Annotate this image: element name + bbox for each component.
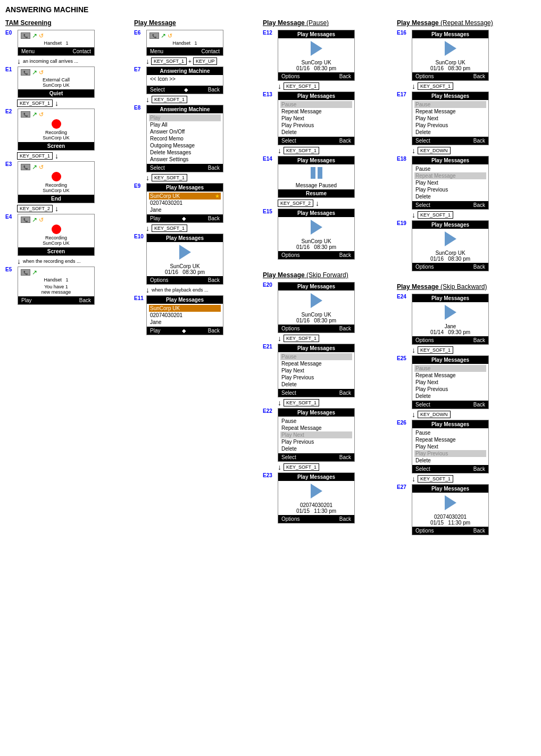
state-e6: E6 📞 ↗ ↺ Handset 1 MenuContact (134, 30, 262, 56)
state-e27-label: E27 (397, 484, 410, 490)
arrow-icon-e1: ↗ (32, 69, 37, 76)
arrow-down-e19: ↓ (412, 211, 415, 219)
footer-e21: SelectBack (278, 389, 354, 397)
state-e19-label: E19 (397, 220, 410, 226)
state-e2-label: E2 (5, 109, 16, 114)
refresh-icon-e3: ↺ (39, 164, 44, 171)
column-play-pause: Play Message (Pause) E12 Play Messages S… (263, 19, 396, 525)
screen-e1: 📞 ↗ ↺ External CallSunCorp UK Quiet (18, 67, 95, 98)
screen-e14: Play Messages Message Paused Resume (278, 156, 355, 198)
arrow-down-e23: ↓ (278, 463, 281, 471)
state-e11-label: E11 (134, 295, 145, 301)
col1-title: TAM Screening (5, 19, 133, 27)
key-e10: KEY_SOFT_1 (152, 225, 187, 232)
screen-e23: Play Messages 0207403020101/15 11:30 pm … (278, 472, 355, 524)
arrow-icon-e4: ↗ (32, 216, 37, 223)
pause-bar1-e14 (311, 167, 315, 179)
key-e22: KEY_SOFT_1 (284, 399, 319, 406)
state-e16-label: E16 (397, 30, 410, 36)
screen-e18: Play Messages Pause Repeat Message Play … (412, 156, 489, 210)
state-e3-label: E3 (5, 161, 16, 167)
arrow-down-e10: ↓ (146, 224, 149, 232)
state-e14-label: E14 (263, 156, 276, 162)
footer-e13: SelectBack (278, 137, 354, 145)
screen-e24: Play Messages Jane01/14 09:30 pm Options… (412, 294, 489, 345)
state-e14: E14 Play Messages Message Paused Resume (263, 156, 396, 198)
arrow-down-e21: ↓ (278, 334, 281, 343)
state-e17-label: E17 (397, 92, 410, 97)
footer-e25: SelectBack (412, 401, 488, 409)
footer-e9: Play◆Back (147, 214, 223, 222)
play-icon-e19 (445, 231, 456, 246)
footer-e17: SelectBack (412, 137, 488, 145)
state-e5: E5 📞 ↗ Handset 1 You have 1new message P… (5, 267, 133, 305)
screen-e22: Play Messages Pause Repeat Message Play … (278, 408, 355, 462)
column-repeat-skip-backward: Play Message (Repeat Message) E16 Play M… (397, 19, 530, 536)
arrow-down-2: ↓ (55, 99, 59, 107)
phone-icon-e6: 📞 (149, 32, 159, 39)
state-e8: E8 Answering Machine Play Play All Answe… (134, 105, 262, 172)
screen-e9: Play Messages SunCorp UK★ 02074030201 Ja… (146, 183, 223, 223)
arrow-down-e25: ↓ (412, 346, 415, 354)
arrow-icon-e3: ↗ (32, 163, 37, 171)
key-e2: KEY_SOFT_1 (17, 99, 53, 107)
refresh-icon-e1: ↺ (39, 69, 44, 76)
state-e23-label: E23 (263, 472, 276, 478)
arrow-down-e18: ↓ (412, 146, 415, 155)
col2-title: Play Message (134, 19, 262, 27)
note-e11: when the playback ends ... (152, 287, 209, 293)
key-e19: KEY_SOFT_1 (418, 211, 453, 219)
refresh-icon-e0: ↺ (39, 32, 44, 39)
phone-icon-e3: 📞 (21, 164, 30, 170)
screen-e6: 📞 ↗ ↺ Handset 1 MenuContact (146, 30, 223, 56)
arrow-icon-e2: ↗ (32, 111, 37, 118)
footer-e14: Resume (278, 189, 354, 197)
screen-e8: Answering Machine Play Play All Answer O… (146, 105, 223, 172)
phone-icon-e2: 📞 (21, 111, 30, 118)
state-e13: E13 Play Messages Pause Repeat Message P… (263, 92, 396, 145)
screen-e4: 📞 ↗ ↺ RecordingSunCorp UK Screen (18, 214, 95, 256)
state-e21: E21 Play Messages Pause Repeat Message P… (263, 344, 396, 397)
state-e15-label: E15 (263, 209, 276, 214)
state-e10: E10 Play Messages SunCorp UK01/16 08:30 … (134, 234, 262, 285)
play-icon-e16 (445, 41, 456, 56)
state-e6-label: E6 (134, 30, 145, 36)
state-e25-label: E25 (397, 355, 410, 361)
arrow-down-e14: ↓ (278, 146, 281, 155)
screen-e27: Play Messages 0207403020101/15 11:30 pm … (412, 484, 489, 535)
screen-e15: Play Messages SunCorp UK01/16 08:30 pm O… (278, 209, 355, 260)
arrow-down-3: ↓ (55, 152, 59, 160)
state-e7: E7 Answering Machine << Icon >> Select◆B… (134, 67, 262, 94)
key-e26: KEY_DOWN (418, 411, 451, 418)
note-2: when the recording ends ... (23, 259, 81, 264)
screen-e25: Play Messages Pause Repeat Message Play … (412, 355, 489, 409)
screen-e12: Play Messages SunCorp UK01/16 08:30 pm O… (278, 30, 355, 81)
key-e21: KEY_SOFT_1 (284, 335, 319, 342)
phone-icon-e4: 📞 (21, 217, 30, 223)
footer-e3: End (18, 195, 94, 203)
phone-icon-e1: 📞 (21, 69, 30, 76)
key-e25: KEY_SOFT_1 (418, 346, 453, 354)
refresh-icon-e2: ↺ (39, 111, 44, 118)
footer-e5: PlayBack (18, 296, 94, 304)
phone-icon-e0: 📞 (21, 32, 30, 39)
state-e15: E15 Play Messages SunCorp UK01/16 08:30 … (263, 209, 396, 260)
key-e17: KEY_SOFT_1 (418, 82, 453, 90)
arrow-down-e13: ↓ (278, 82, 281, 90)
state-e20-label: E20 (263, 282, 276, 288)
arrow-down-e8: ↓ (146, 95, 149, 104)
state-e24: E24 Play Messages Jane01/14 09:30 pm Opt… (397, 294, 530, 345)
state-e26-label: E26 (397, 420, 410, 426)
footer-e16: OptionsBack (412, 72, 488, 80)
arrow-icon-e6: ↗ (161, 32, 166, 39)
refresh-icon-e4: ↺ (39, 217, 44, 223)
arrow-down-4: ↓ (55, 204, 59, 213)
footer-e23: OptionsBack (278, 515, 354, 523)
key-e23: KEY_SOFT_1 (284, 463, 319, 471)
footer-e1: Quiet (18, 89, 94, 97)
state-e12-label: E12 (263, 30, 276, 36)
column-tam-screening: TAM Screening E0 📞 ↗ ↺ Handset 1 MenuCon… (5, 19, 133, 306)
arrow-down-e22: ↓ (278, 398, 281, 407)
screen-e19: Play Messages SunCorp UK01/16 08:30 pm O… (412, 220, 489, 271)
screen-e16: Play Messages SunCorp UK01/16 08:30 pm O… (412, 30, 489, 81)
